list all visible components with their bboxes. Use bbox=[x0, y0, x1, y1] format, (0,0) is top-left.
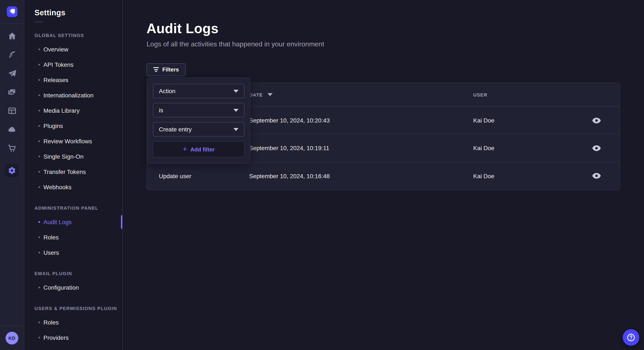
nav-marketplace[interactable] bbox=[7, 143, 17, 153]
eye-icon bbox=[592, 145, 601, 151]
bullet-icon bbox=[38, 125, 40, 127]
nav-settings[interactable] bbox=[5, 164, 19, 177]
filters-button[interactable]: Filters bbox=[146, 63, 186, 76]
filter-operator-value: is bbox=[159, 107, 163, 114]
cell-date: September 10, 2024, 10:20:43 bbox=[249, 117, 473, 124]
eye-icon bbox=[592, 117, 601, 124]
strapi-logo-icon[interactable] bbox=[6, 6, 17, 17]
filter-operator-select[interactable]: is bbox=[153, 103, 244, 117]
sidebar-item-plugins[interactable]: Plugins bbox=[24, 118, 122, 134]
layout-icon bbox=[8, 106, 16, 115]
sidebar-item-releases[interactable]: Releases bbox=[24, 72, 122, 88]
settings-gear-icon bbox=[7, 166, 17, 176]
page-title: Audit Logs bbox=[146, 20, 644, 37]
sidebar-item-review-workflows[interactable]: Review Workflows bbox=[24, 134, 122, 149]
global-settings-list: Overview API Tokens Releases Internation… bbox=[24, 42, 122, 195]
bullet-icon bbox=[38, 252, 40, 253]
chevron-down-icon bbox=[234, 90, 238, 93]
settings-subnav: Settings GLOBAL SETTINGS Overview API To… bbox=[24, 0, 123, 350]
media-library-icon bbox=[7, 87, 16, 97]
workspace-logo-slot bbox=[0, 0, 24, 24]
main-nav-rail: KD bbox=[0, 0, 24, 350]
users-permissions-list: Roles Providers bbox=[24, 315, 122, 345]
nav-home[interactable] bbox=[7, 31, 17, 41]
bullet-icon bbox=[38, 79, 40, 81]
nav-footer: KD bbox=[0, 326, 24, 350]
feather-icon bbox=[8, 50, 16, 59]
nav-media-library[interactable] bbox=[7, 87, 17, 97]
cloud-icon bbox=[7, 125, 16, 134]
view-details-button[interactable] bbox=[590, 142, 602, 154]
filter-area: Filters Action is Create entry + Add fi bbox=[146, 62, 644, 75]
eye-icon bbox=[592, 173, 601, 179]
nav-content-type-builder[interactable] bbox=[7, 105, 17, 116]
subnav-divider bbox=[34, 22, 43, 22]
section-administration-panel: ADMINISTRATION PANEL bbox=[34, 205, 122, 210]
email-plugin-list: Configuration bbox=[24, 280, 122, 295]
filters-button-label: Filters bbox=[162, 66, 179, 73]
sidebar-item-transfer-tokens[interactable]: Transfer Tokens bbox=[24, 164, 122, 179]
filter-value-value: Create entry bbox=[159, 126, 192, 133]
help-question-icon bbox=[626, 333, 636, 342]
paper-plane-icon bbox=[8, 69, 16, 78]
column-header-date[interactable]: DATE bbox=[249, 92, 473, 97]
nav-releases[interactable] bbox=[7, 68, 17, 78]
sidebar-item-webhooks[interactable]: Webhooks bbox=[24, 179, 122, 195]
sidebar-item-admin-users[interactable]: Users bbox=[24, 245, 122, 260]
bullet-icon bbox=[38, 156, 40, 157]
main-content: Audit Logs Logs of all the activities th… bbox=[123, 0, 644, 350]
bullet-icon bbox=[38, 48, 40, 50]
chevron-down-icon bbox=[234, 128, 238, 131]
home-icon bbox=[8, 31, 16, 40]
filter-popover: Action is Create entry + Add filter bbox=[147, 77, 250, 164]
active-item-indicator bbox=[121, 215, 122, 229]
chevron-down-icon bbox=[234, 109, 238, 112]
bullet-icon bbox=[38, 186, 40, 188]
bullet-icon bbox=[38, 94, 40, 96]
cell-action: Update user bbox=[147, 173, 249, 179]
nav-icon-list bbox=[5, 31, 19, 177]
bullet-icon bbox=[38, 64, 40, 65]
sidebar-item-api-tokens[interactable]: API Tokens bbox=[24, 57, 122, 72]
sidebar-item-admin-roles[interactable]: Roles bbox=[24, 230, 122, 245]
sidebar-item-media-library[interactable]: Media Library bbox=[24, 103, 122, 118]
filter-field-value: Action bbox=[159, 88, 176, 94]
sidebar-item-overview[interactable]: Overview bbox=[24, 42, 122, 57]
nav-deploy[interactable] bbox=[7, 124, 17, 134]
bullet-icon bbox=[38, 236, 40, 238]
sidebar-item-up-roles[interactable]: Roles bbox=[24, 315, 122, 330]
view-details-button[interactable] bbox=[590, 114, 602, 126]
cell-user: Kai Doe bbox=[473, 173, 572, 179]
user-avatar[interactable]: KD bbox=[6, 332, 18, 345]
cell-user: Kai Doe bbox=[473, 117, 572, 124]
filter-value-select[interactable]: Create entry bbox=[153, 122, 244, 137]
page-subtitle: Logs of all the activities that happened… bbox=[146, 39, 644, 48]
bullet-icon bbox=[38, 171, 40, 173]
sidebar-item-email-configuration[interactable]: Configuration bbox=[24, 280, 122, 295]
table-row[interactable]: Update user September 10, 2024, 10:16:48… bbox=[147, 162, 620, 190]
bullet-icon bbox=[38, 337, 40, 339]
administration-panel-list: Audit Logs Roles Users bbox=[24, 214, 122, 260]
sidebar-item-audit-logs[interactable]: Audit Logs bbox=[24, 214, 122, 230]
help-button[interactable] bbox=[623, 329, 639, 346]
view-details-button[interactable] bbox=[590, 170, 602, 182]
cell-date: September 10, 2024, 10:16:48 bbox=[249, 173, 473, 179]
strapi-logo-glyph bbox=[6, 6, 17, 17]
nav-content-manager[interactable] bbox=[7, 49, 17, 59]
app-window: KD Settings GLOBAL SETTINGS Overview API… bbox=[0, 0, 644, 350]
column-header-user: USER bbox=[473, 92, 572, 97]
sort-descending-icon bbox=[268, 93, 272, 96]
bullet-icon bbox=[38, 287, 40, 288]
subnav-title: Settings bbox=[34, 8, 122, 17]
add-filter-label: Add filter bbox=[190, 146, 215, 153]
bullet-icon bbox=[38, 140, 40, 142]
sidebar-item-up-providers[interactable]: Providers bbox=[24, 330, 122, 345]
sidebar-item-internationalization[interactable]: Internationalization bbox=[24, 88, 122, 103]
section-users-permissions-plugin: USERS & PERMISSIONS PLUGIN bbox=[34, 306, 122, 311]
filter-field-select[interactable]: Action bbox=[153, 84, 244, 98]
filter-icon bbox=[153, 67, 159, 72]
cell-date: September 10, 2024, 10:19:11 bbox=[249, 145, 473, 151]
sidebar-item-single-sign-on[interactable]: Single Sign-On bbox=[24, 149, 122, 164]
add-filter-button[interactable]: + Add filter bbox=[153, 141, 244, 157]
bullet-icon bbox=[38, 322, 40, 323]
